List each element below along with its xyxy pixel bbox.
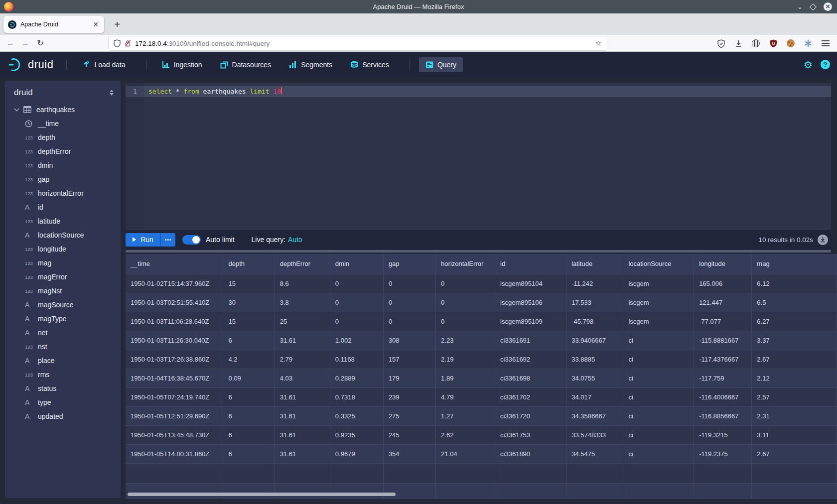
result-cell[interactable]: -45.798 [566,312,623,331]
run-button[interactable]: Run [126,233,160,247]
result-cell[interactable]: -77.077 [694,312,752,331]
result-cell[interactable]: 2.19 [436,350,495,369]
reload-icon[interactable]: ↻ [33,38,48,48]
result-cell[interactable]: 1950-01-05T12:51:29.690Z [126,406,223,425]
result-cell[interactable]: 3.37 [752,331,837,350]
result-cell[interactable]: 239 [383,387,435,406]
result-cell[interactable]: iscgem [623,274,694,293]
result-cell[interactable]: 2.31 [752,406,837,425]
sidebar-column-net[interactable]: Anet [5,326,121,340]
result-cell[interactable]: iscgem [623,293,694,312]
forward-icon[interactable]: → [18,39,33,48]
result-cell[interactable]: iscgem895104 [495,274,566,293]
result-cell[interactable]: 25 [275,312,330,331]
window-maximize-icon[interactable] [810,3,817,10]
help-icon[interactable]: ? [821,60,830,69]
result-cell[interactable]: 17.533 [566,293,623,312]
result-cell[interactable]: ci3361691 [495,331,566,350]
sidebar-column-nst[interactable]: 123nst [5,340,121,354]
result-cell[interactable]: 1950-01-03T02:51:55.410Z [126,293,223,312]
result-cell[interactable]: -116.8856667 [694,406,752,425]
sidebar-column-magNst[interactable]: 123magNst [5,284,121,298]
result-cell[interactable]: 33.9406667 [566,331,623,350]
new-tab-button[interactable]: + [111,18,124,30]
result-cell[interactable]: 0 [330,312,383,331]
result-cell[interactable]: 2.62 [436,425,495,444]
result-cell[interactable]: 0.7318 [330,387,383,406]
result-cell[interactable]: 179 [383,369,435,387]
download-icon[interactable] [734,39,743,48]
result-cell[interactable]: 31.61 [275,406,330,425]
sidebar-column-updated[interactable]: Aupdated [5,409,121,423]
druid-brand[interactable]: druid [8,57,53,73]
result-cell[interactable]: 3.11 [752,425,837,444]
sidebar-column-type[interactable]: Atype [5,395,121,409]
result-cell[interactable]: 0 [436,293,495,312]
bookmark-star-icon[interactable]: ☆ [595,39,602,48]
run-more-options-button[interactable]: ••• [160,233,175,247]
result-cell[interactable]: 6.12 [752,274,837,293]
result-cell[interactable]: 1950-01-03T17:26:38.860Z [126,350,223,369]
result-cell[interactable]: -11.242 [566,274,623,293]
sidebar-column-dmin[interactable]: 123dmin [5,158,121,172]
sidebar-column-locationSource[interactable]: AlocationSource [5,228,121,242]
result-cell[interactable]: 0 [383,274,435,293]
result-cell[interactable]: 34.5475 [566,444,623,463]
result-cell[interactable]: 4.03 [275,369,330,387]
sidebar-column-depth[interactable]: 123depth [5,130,121,144]
nav-item-datasources[interactable]: Datasources [214,57,278,72]
result-cell[interactable]: 6 [223,331,275,350]
result-cell[interactable]: -119.2375 [694,444,752,463]
result-cell[interactable]: 1950-01-05T14:00:31.860Z [126,444,223,463]
result-cell[interactable]: 308 [383,331,435,350]
sidebar-column-longitude[interactable]: 123longitude [5,242,121,256]
result-cell[interactable]: 0.3325 [330,406,383,425]
result-cell[interactable]: 0 [330,293,383,312]
result-cell[interactable]: 8.6 [275,274,330,293]
sidebar-column-__time[interactable]: __time [5,117,121,130]
sidebar-column-status[interactable]: Astatus [5,381,121,395]
result-cell[interactable]: 0.2889 [330,369,383,387]
result-cell[interactable]: 6 [223,387,275,406]
result-cell[interactable]: 34.017 [566,387,623,406]
result-cell[interactable]: 2.67 [752,444,837,463]
result-cell[interactable]: 6 [223,406,275,425]
live-query-value[interactable]: Auto [288,236,302,244]
column-header-longitude[interactable]: longitude [694,254,752,274]
result-cell[interactable]: 1950-01-04T16:38:45.670Z [126,369,223,387]
result-cell[interactable]: 33.5748333 [566,425,623,444]
ublock-origin-icon[interactable] [769,39,778,48]
settings-gear-icon[interactable]: ⚙ [804,59,813,71]
result-cell[interactable]: 157 [383,350,435,369]
insecure-lock-icon[interactable] [125,39,131,47]
result-cell[interactable]: 0 [436,274,495,293]
pocket-shield-check-icon[interactable] [716,39,725,48]
result-cell[interactable]: 34.3586667 [566,406,623,425]
result-cell[interactable]: 2.67 [752,350,837,369]
result-cell[interactable]: 1950-01-03T11:26:30.040Z [126,331,223,350]
result-cell[interactable]: 2.23 [436,331,495,350]
result-cell[interactable]: ci [623,406,694,425]
result-cell[interactable]: ci3361698 [495,369,566,387]
result-cell[interactable]: ci3361692 [495,350,566,369]
result-cell[interactable]: ci [623,350,694,369]
browser-tab-apache-druid[interactable]: Apache Druid ✕ [3,16,104,33]
result-cell[interactable]: 0.09 [223,369,275,387]
result-cell[interactable]: 3.8 [275,293,330,312]
result-cell[interactable]: 275 [383,406,435,425]
column-header-mag[interactable]: mag [752,254,837,274]
double-caret-icon[interactable] [110,90,114,96]
result-cell[interactable]: 1950-01-05T13:45:48.730Z [126,425,223,444]
nav-item-query[interactable]: Query [419,57,463,72]
sidebar-column-latitude[interactable]: 123latitude [5,214,121,228]
result-cell[interactable]: -116.4006667 [694,387,752,406]
result-cell[interactable]: ci [623,331,694,350]
nav-item-segments[interactable]: Segments [282,57,339,72]
result-cell[interactable]: ci [623,444,694,463]
column-header-id[interactable]: id [495,254,566,274]
result-cell[interactable]: 0.9235 [330,425,383,444]
result-cell[interactable]: -119.3215 [694,425,752,444]
result-cell[interactable]: ci3361890 [495,444,566,463]
cookie-extension-icon[interactable] [786,39,795,48]
result-cell[interactable]: 0 [330,274,383,293]
